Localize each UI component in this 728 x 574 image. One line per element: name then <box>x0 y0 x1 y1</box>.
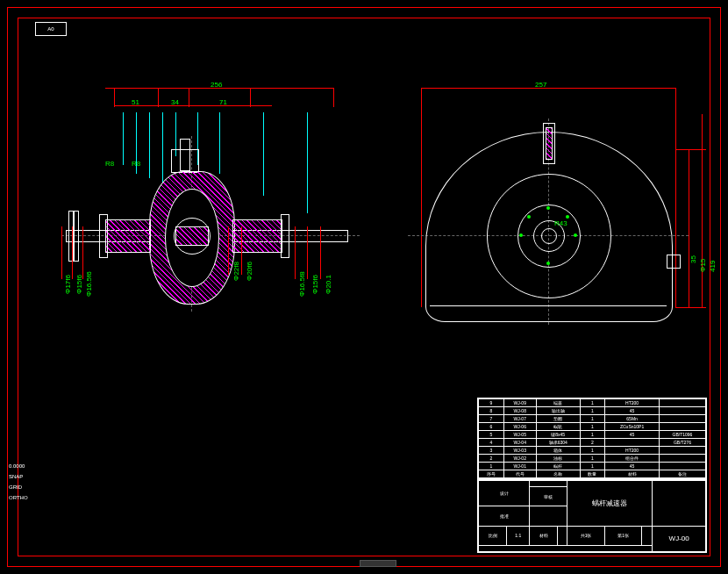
bolt-hole <box>566 215 569 219</box>
ext-line <box>307 226 308 279</box>
leader <box>219 112 220 174</box>
dim-side3: 419 <box>709 261 717 272</box>
bom-header: 数量 <box>580 470 605 478</box>
dim-r2: R8 <box>132 160 140 168</box>
ext-line <box>61 226 62 279</box>
sheets: 共1张 <box>567 526 605 545</box>
format-tab: A0 <box>35 22 67 36</box>
inlet-bore <box>546 127 553 160</box>
cap-bolt <box>74 211 79 262</box>
leader <box>162 112 163 183</box>
sheet: 第1张 <box>604 526 642 545</box>
gear-hub <box>175 226 209 246</box>
scroll-thumb[interactable] <box>360 560 396 567</box>
status-4: ORTHO <box>9 495 28 500</box>
bolt-hole <box>546 206 550 210</box>
dim-side2: Φ15 <box>699 259 707 272</box>
drawing-number: WJ-00 <box>653 526 706 551</box>
bearing-right <box>232 219 282 253</box>
dim-line <box>421 88 675 89</box>
rev-row <box>479 545 653 551</box>
design-cell: 设计 <box>479 481 530 506</box>
inlet-flange <box>171 149 199 173</box>
ext-line <box>228 226 229 275</box>
mat-lbl: 材料 <box>530 526 558 545</box>
ext-line <box>333 88 334 107</box>
ext-line <box>114 88 115 107</box>
bolt-hole <box>519 233 523 237</box>
bom-row: 7WJ-07垫圈165Mn <box>479 415 706 423</box>
status-3: GRID <box>9 484 22 490</box>
dim-side1: 35 <box>689 255 697 263</box>
scale: 1:1 <box>507 526 530 545</box>
bom-table: 9WJ-09端盖1HT2008WJ-08输出轴1457WJ-07垫圈165Mn6… <box>477 398 707 479</box>
ext-line <box>675 307 706 308</box>
bolt-hole <box>527 215 531 219</box>
bom-row: 8WJ-08输出轴145 <box>479 407 706 415</box>
ext-line <box>320 226 321 279</box>
bom-row: 3WJ-03箱体1HT200 <box>479 447 706 455</box>
bom-row: 5WJ-05键8x45145GB/T1096 <box>479 431 706 439</box>
leader <box>149 112 150 178</box>
scale-lbl: 比例 <box>479 526 507 545</box>
dim-overall-r: 257 <box>535 81 546 89</box>
dim-r1: R8 <box>105 160 114 168</box>
ext-line <box>421 88 422 307</box>
bom-header: 材料 <box>605 470 660 478</box>
ext-line <box>241 226 242 275</box>
bolt-hole <box>574 233 577 237</box>
dim-d1: Φ17f6 <box>64 275 72 294</box>
ext-line <box>82 226 83 279</box>
dim-seg3: 71 <box>219 98 227 106</box>
title-block: 设计 蜗杆减速器 审核 批准 比例 1:1 材料 共1张 第1张 WJ-00 <box>477 479 707 553</box>
leader <box>307 112 308 213</box>
ext-line <box>158 88 159 107</box>
ext-line <box>675 149 706 150</box>
dim-d7: Φ15f6 <box>311 275 319 294</box>
bom-header: 名称 <box>536 470 580 478</box>
flange-left <box>99 214 108 258</box>
ext-line <box>72 226 73 279</box>
dim-d8: Φ20.1 <box>325 275 332 294</box>
bom-row: 9WJ-09端盖1HT200 <box>479 399 706 407</box>
leader <box>263 112 264 196</box>
center-hole <box>541 228 557 244</box>
status-2: SNAP <box>9 474 23 479</box>
flange-right <box>281 214 289 258</box>
leader <box>123 112 124 165</box>
dim-d4: Φ22f8 <box>232 262 240 281</box>
dim-center-r: R43 <box>554 219 567 227</box>
bom-row: 4WJ-04轴承63042GB/T276 <box>479 439 706 447</box>
company <box>653 481 706 527</box>
ext-line <box>295 226 296 279</box>
body-base <box>430 305 667 306</box>
bom-header: 序号 <box>479 470 504 478</box>
bom-row: 1WJ-01蜗杆145 <box>479 463 706 470</box>
dim-seg1: 51 <box>132 98 139 106</box>
bom-row: 6WJ-06蜗轮1ZCuSn10P1 <box>479 423 706 431</box>
ext-line <box>189 88 189 107</box>
status-1: 0.0000 <box>9 463 25 469</box>
bom-row: 2WJ-02油标1组合件 <box>479 455 706 463</box>
dim-d6: Φ16.5f8 <box>298 271 306 297</box>
ext-line <box>689 149 689 307</box>
bom-header: 备注 <box>659 470 705 478</box>
dim-d3: Φ16.5f6 <box>85 271 93 297</box>
ext-line <box>675 88 676 307</box>
ext-line <box>250 88 251 107</box>
side-lug <box>667 255 681 269</box>
name2 <box>530 506 567 526</box>
cad-canvas[interactable]: A0 256 51 34 71 <box>0 0 728 574</box>
name1 <box>530 481 567 487</box>
dim-seg2: 34 <box>171 98 179 106</box>
bom-header: 代号 <box>503 470 536 478</box>
bolt-hole <box>546 262 550 265</box>
approve-cell: 批准 <box>479 506 530 526</box>
check-cell: 审核 <box>530 487 567 506</box>
bearing-left <box>105 219 151 253</box>
drawing-title: 蜗杆减速器 <box>567 481 653 527</box>
dim-d5: Φ20f6 <box>246 262 253 281</box>
ext-line <box>702 114 703 307</box>
dim-overall: 256 <box>211 81 222 89</box>
